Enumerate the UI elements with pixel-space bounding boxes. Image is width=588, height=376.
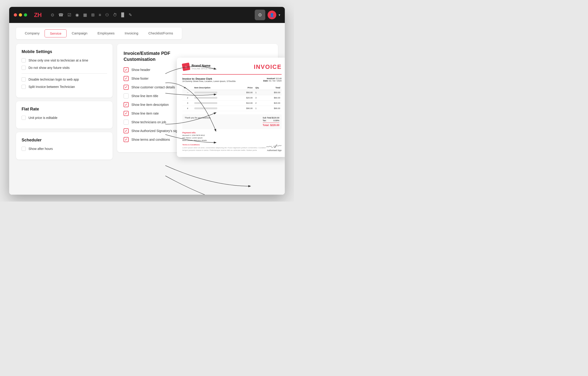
brand-name: Brand Name — [192, 64, 214, 67]
row-2-price: $20.00 — [238, 95, 254, 101]
table-row: 4 $90.00 1 $90.00 — [182, 106, 282, 111]
row-2-qty: 3 — [254, 95, 266, 101]
unit-price-checkbox[interactable] — [21, 116, 26, 120]
customer-address: 24 Dummy Street Area, Location, Lorem Ip… — [182, 80, 236, 83]
minimize-button[interactable] — [19, 13, 22, 17]
tab-navigation: Company Service Campaign Employees Invoi… — [16, 28, 182, 39]
show-terms-label: Show terms and conditions — [131, 138, 170, 141]
tab-company[interactable]: Company — [20, 29, 44, 37]
calculator-icon[interactable]: ⊞ — [91, 12, 95, 17]
dashboard-icon[interactable]: ⊙ — [51, 12, 54, 17]
row-3-qty: 2 — [254, 101, 266, 106]
invoice-to-label: Invoice to: — [182, 77, 195, 80]
payment-line-2: A/C Name: Lorem Ipsum — [182, 137, 282, 139]
col-price: Price — [238, 86, 254, 90]
show-line-item-title-checkbox[interactable] — [124, 94, 129, 98]
settings-button[interactable]: ⚙ — [255, 10, 265, 20]
tab-employees[interactable]: Employees — [93, 29, 120, 37]
phone-icon[interactable]: ☎ — [58, 12, 64, 17]
show-line-item-desc-checkbox[interactable]: ✓ — [124, 102, 129, 107]
invoice-table: SL. Item Description Price Qty. Total → … — [182, 86, 282, 111]
invoice-num-label: Invoice# — [267, 77, 275, 80]
invoice-footer: Thank you for your business Sub Total: $… — [182, 114, 282, 129]
signature: ~~𝒜~~ — [266, 143, 282, 150]
chevron-down-icon[interactable]: ▾ — [279, 13, 280, 17]
payment-line-1: Account #: 1234 5678 9012 — [182, 134, 282, 136]
tab-invoicing[interactable]: Invoicing — [120, 29, 143, 37]
row-4-qty: 1 — [254, 106, 266, 111]
brand-icon: ◇ — [182, 63, 190, 71]
location-icon[interactable]: ◉ — [75, 12, 79, 17]
show-after-hours-item: Show after hours — [21, 147, 107, 151]
tab-checklist[interactable]: Checklist/Forms — [143, 29, 178, 37]
no-future-visits-item: Do not show any future visits — [21, 66, 107, 70]
show-header-checkbox[interactable]: ✓ — [124, 67, 129, 72]
date-value: 01 / 02 / 2020 — [269, 80, 282, 82]
date-label: Date: — [263, 80, 268, 82]
brand-tagline: TAGLINE SPACE HERE — [192, 67, 214, 70]
table-row: 2 $20.00 3 $60.00 — [182, 95, 282, 101]
row-4-total: $90.00 — [266, 106, 282, 111]
close-button[interactable] — [14, 13, 17, 17]
invoice-title: INVOICE — [254, 63, 282, 71]
tax-label: Tax: — [263, 119, 267, 122]
show-line-item-title-label: Show line item title — [131, 94, 158, 98]
show-one-visit-checkbox[interactable] — [21, 58, 26, 63]
row-2-total: $60.00 — [266, 95, 282, 101]
mobile-settings-title: Mobile Settings — [21, 49, 107, 54]
list-icon[interactable]: ≡ — [99, 13, 101, 17]
tab-service[interactable]: Service — [44, 29, 67, 37]
invoice-totals: Thank you for your business Sub Total: $… — [185, 117, 279, 127]
row-4-desc — [193, 106, 238, 111]
user-avatar[interactable]: 👤 — [267, 10, 276, 19]
main-content: Company Service Campaign Employees Invoi… — [9, 23, 285, 195]
show-line-item-rate-checkbox[interactable]: ✓ — [124, 111, 129, 116]
show-customer-contact-checkbox[interactable]: ✓ — [124, 85, 129, 90]
tax-value: 0.00% — [273, 119, 279, 122]
invoice-preview-header: ◇ Brand Name TAGLINE SPACE HERE INVOICE — [182, 63, 282, 71]
no-future-visits-label: Do not show any future visits — [29, 66, 70, 70]
show-terms-checkbox[interactable]: ✓ — [124, 137, 129, 142]
show-customer-contact-label: Show customer contact details — [131, 85, 175, 89]
no-future-visits-checkbox[interactable] — [21, 66, 26, 70]
auth-sign-section: ~~𝒜~~ Authorised Sign — [266, 143, 282, 152]
show-technicians-checkbox[interactable] — [124, 120, 129, 125]
invoice-number: S2148 — [276, 77, 282, 80]
show-auth-sign-checkbox[interactable]: ✓ — [124, 128, 129, 133]
row-3-desc — [193, 101, 238, 106]
invoice-number-section: Invoice# S2148 Date: 01 / 02 / 2020 — [263, 77, 282, 83]
split-invoice-checkbox[interactable] — [21, 85, 26, 89]
scheduler-title: Scheduler — [21, 138, 107, 143]
nav-icons: ⊙ ☎ ☑ ◉ ▦ ⊞ ≡ ⚇ ⏱ ▉ ✎ — [51, 12, 250, 17]
subtotal-line: Sub Total: $220.00 — [263, 117, 279, 119]
disable-login-checkbox[interactable] — [21, 77, 26, 82]
left-panel: Mobile Settings Show only one visit to t… — [16, 44, 113, 163]
chart-icon[interactable]: ▉ — [121, 12, 125, 17]
show-after-hours-checkbox[interactable] — [21, 147, 26, 151]
grid-icon[interactable]: ▦ — [83, 12, 87, 17]
calendar-icon[interactable]: ☑ — [67, 12, 71, 17]
show-technicians-label: Show technicians on job — [131, 120, 166, 124]
disable-login-label: Disable technician login to web app — [29, 78, 79, 81]
clock-icon[interactable]: ⏱ — [113, 13, 117, 17]
content-columns: Mobile Settings Show only one visit to t… — [16, 44, 278, 163]
show-footer-label: Show footer — [131, 77, 149, 80]
show-one-visit-item: Show only one visit to technician at a t… — [21, 58, 107, 63]
people-icon[interactable]: ⚇ — [105, 12, 109, 17]
invoice-divider — [182, 74, 282, 75]
show-footer-checkbox[interactable]: ✓ — [124, 76, 129, 81]
total-label: Total: — [263, 124, 269, 126]
show-header-label: Show header — [131, 68, 150, 72]
subtotal-label: Sub Total: — [263, 117, 272, 119]
invoice-meta: Invoice to: Dwyane Clark 24 Dummy Street… — [182, 77, 282, 83]
row-2-sl: 2 — [182, 95, 193, 101]
edit-icon[interactable]: ✎ — [129, 12, 132, 17]
terms-text: Lorem ipsum dolor sit amet, consectetur … — [182, 146, 266, 152]
totals-right: Sub Total: $220.00 Tax: 0.00% Total: $22… — [263, 117, 279, 127]
payment-line-3: Bank Details: Add your details — [182, 139, 282, 141]
unit-price-item: Unit price is editable — [21, 116, 107, 120]
subtotal-value: $220.00 — [272, 117, 279, 119]
tab-campaign[interactable]: Campaign — [67, 29, 92, 37]
table-row: → $50.00 1 $50.00 — [182, 90, 282, 95]
maximize-button[interactable] — [24, 13, 27, 17]
